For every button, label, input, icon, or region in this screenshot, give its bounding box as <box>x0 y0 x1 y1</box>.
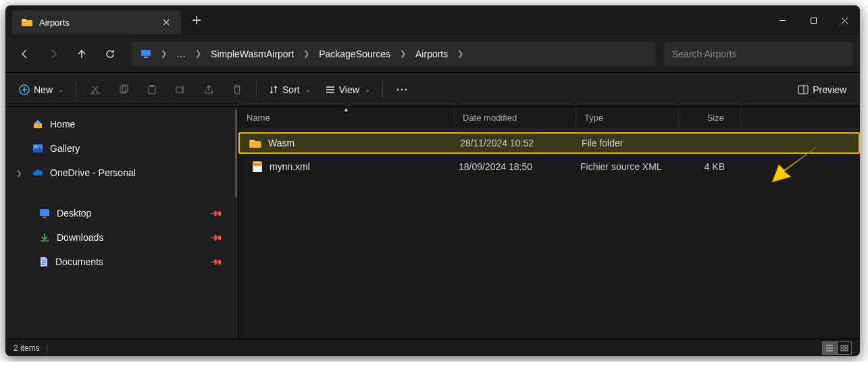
chevron-down-icon: ⌄ <box>365 86 370 93</box>
item-count: 2 items <box>14 343 40 353</box>
file-date: 28/11/2024 10:52 <box>456 138 578 148</box>
sidebar-item-desktop[interactable]: Desktop 📌 <box>8 201 235 225</box>
window-controls <box>767 7 860 34</box>
svg-point-12 <box>401 88 403 90</box>
sidebar-item-documents[interactable]: Documents 📌 <box>8 250 235 274</box>
details-view-button[interactable] <box>822 341 837 355</box>
tab-title: Airports <box>39 18 154 28</box>
sidebar-item-label: Desktop <box>57 208 91 219</box>
file-rows: Wasm 28/11/2024 10:52 File folder mynn.x… <box>238 130 860 339</box>
sidebar-item-label: Documents <box>55 256 103 267</box>
address-bar[interactable]: ❯ …❯ SimpleWasmAirport❯ PackageSources❯ … <box>131 42 656 66</box>
column-headers: ▲ Name Date modified Type Size <box>238 107 860 130</box>
svg-rect-18 <box>43 217 47 218</box>
column-size[interactable]: Size <box>679 107 741 129</box>
pin-icon: 📌 <box>209 206 224 221</box>
breadcrumb-root-icon[interactable] <box>135 45 157 63</box>
titlebar: Airports <box>5 5 860 35</box>
column-name[interactable]: ▲ Name <box>238 107 455 129</box>
share-button[interactable] <box>195 78 222 102</box>
pin-icon: 📌 <box>209 231 224 245</box>
file-name: mynn.xml <box>270 161 310 172</box>
file-type: Fichier source XML <box>576 161 679 172</box>
svg-rect-23 <box>845 349 848 351</box>
breadcrumb-item[interactable]: PackageSources <box>313 45 396 63</box>
file-name: Wasm <box>268 138 295 148</box>
breadcrumb-item[interactable]: Airports <box>410 45 453 63</box>
sidebar-item-label: Home <box>50 119 75 130</box>
column-type[interactable]: Type <box>576 107 679 129</box>
scrollbar-thumb[interactable] <box>235 109 237 197</box>
view-toggle <box>822 341 852 355</box>
chevron-right-icon[interactable]: ❯ <box>16 169 22 177</box>
tab-airports[interactable]: Airports <box>12 10 181 34</box>
icons-view-button[interactable] <box>837 341 852 355</box>
sidebar-item-label: Downloads <box>57 232 103 243</box>
search-input[interactable] <box>664 42 853 66</box>
view-button[interactable]: View ⌄ <box>319 78 377 102</box>
gallery-icon <box>32 143 43 154</box>
minimize-button[interactable] <box>767 7 798 34</box>
svg-rect-2 <box>144 57 148 58</box>
chevron-down-icon: ⌄ <box>58 86 63 93</box>
svg-point-11 <box>397 88 399 90</box>
breadcrumb-overflow[interactable]: … <box>171 45 191 63</box>
home-icon <box>32 119 43 130</box>
toolbar: New ⌄ Sort ⌄ View ⌄ Preview <box>5 73 860 107</box>
sort-button[interactable]: Sort ⌄ <box>262 78 317 102</box>
chevron-right-icon[interactable]: ❯ <box>397 45 409 62</box>
explorer-window: Airports ❯ …❯ SimpleWasmA <box>5 5 860 356</box>
svg-rect-0 <box>811 18 816 23</box>
more-button[interactable] <box>388 78 415 102</box>
column-date[interactable]: Date modified <box>455 107 576 129</box>
svg-rect-20 <box>841 345 844 347</box>
chevron-down-icon: ⌄ <box>305 86 311 93</box>
view-label: View <box>339 84 359 95</box>
tab-close-button[interactable] <box>161 17 172 28</box>
forward-button[interactable] <box>41 41 66 67</box>
status-bar: 2 items <box>5 339 860 356</box>
content: Home Gallery ❯ OneDrive - Personal Deskt… <box>5 107 860 339</box>
chevron-right-icon[interactable]: ❯ <box>193 45 204 62</box>
table-row[interactable]: Wasm 28/11/2024 10:52 File folder <box>238 132 860 154</box>
sidebar: Home Gallery ❯ OneDrive - Personal Deskt… <box>5 107 238 339</box>
svg-rect-14 <box>798 86 808 94</box>
folder-icon <box>249 138 261 148</box>
preview-label: Preview <box>813 84 846 95</box>
svg-rect-9 <box>151 85 153 87</box>
maximize-button[interactable] <box>798 7 829 34</box>
paste-button[interactable] <box>138 78 165 102</box>
new-tab-button[interactable] <box>185 9 208 32</box>
svg-rect-1 <box>141 50 151 56</box>
separator <box>382 82 383 98</box>
svg-point-13 <box>405 88 407 90</box>
svg-rect-10 <box>176 87 182 92</box>
sort-indicator-icon: ▲ <box>343 107 349 113</box>
breadcrumb-item[interactable]: SimpleWasmAirport <box>205 45 299 63</box>
documents-icon <box>39 256 49 267</box>
up-button[interactable] <box>69 41 95 67</box>
back-button[interactable] <box>12 41 38 67</box>
desktop-icon <box>39 208 50 218</box>
sidebar-item-home[interactable]: Home <box>8 112 235 136</box>
chevron-right-icon[interactable]: ❯ <box>455 45 466 62</box>
delete-button[interactable] <box>224 78 251 102</box>
refresh-button[interactable] <box>97 41 123 67</box>
sidebar-item-onedrive[interactable]: ❯ OneDrive - Personal <box>8 161 235 185</box>
pin-icon: 📌 <box>209 255 224 269</box>
svg-rect-21 <box>845 345 848 347</box>
table-row[interactable]: mynn.xml 18/09/2024 18:50 Fichier source… <box>242 155 856 178</box>
chevron-right-icon[interactable]: ❯ <box>158 45 170 62</box>
sidebar-item-downloads[interactable]: Downloads 📌 <box>8 225 235 250</box>
close-button[interactable] <box>829 7 860 34</box>
cut-button[interactable] <box>82 78 109 102</box>
file-date: 18/09/2024 18:50 <box>455 161 576 172</box>
preview-button[interactable]: Preview <box>791 78 853 102</box>
copy-button[interactable] <box>110 78 137 102</box>
rename-button[interactable] <box>167 78 194 102</box>
new-button[interactable]: New ⌄ <box>12 78 70 102</box>
sidebar-item-gallery[interactable]: Gallery <box>8 136 235 161</box>
chevron-right-icon[interactable]: ❯ <box>301 45 312 62</box>
navbar: ❯ …❯ SimpleWasmAirport❯ PackageSources❯ … <box>5 35 860 73</box>
file-list: ▲ Name Date modified Type Size Wasm 28/1… <box>238 107 860 339</box>
